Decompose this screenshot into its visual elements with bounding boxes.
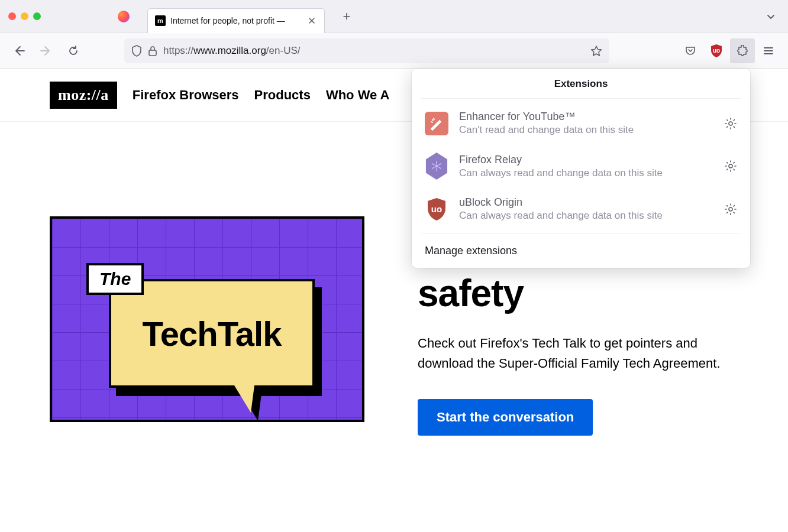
app-menu-button[interactable] (756, 38, 781, 63)
extension-status: Can't read and change data on this site (459, 124, 713, 136)
close-window-button[interactable] (8, 12, 16, 20)
pocket-button[interactable] (678, 38, 703, 63)
extension-item-enhancer-youtube[interactable]: Enhancer for YouTube™ Can't read and cha… (421, 102, 741, 144)
tab-close-button[interactable] (306, 15, 317, 26)
shield-icon[interactable] (131, 45, 142, 57)
reload-button[interactable] (62, 39, 85, 63)
back-button[interactable] (7, 39, 31, 63)
maximize-window-button[interactable] (33, 12, 41, 20)
toolbar: https://www.mozilla.org/en-US/ uo (0, 33, 788, 69)
extension-status: Can always read and change data on this … (459, 210, 713, 222)
enhancer-youtube-icon (425, 112, 448, 135)
firefox-icon (118, 11, 130, 22)
ublock-origin-button[interactable]: uo (704, 38, 729, 63)
titlebar: m Internet for people, not profit — + (0, 0, 788, 33)
forward-button[interactable] (34, 39, 58, 63)
hero-description: Check out Firefox's Tech Talk to get poi… (418, 333, 725, 374)
svg-point-6 (729, 207, 732, 211)
nav-who-we-are[interactable]: Who We A (326, 87, 390, 103)
extension-settings-button[interactable] (724, 117, 737, 130)
speech-bubble: TechTalk (109, 279, 315, 388)
minimize-window-button[interactable] (21, 12, 28, 20)
browser-tab[interactable]: m Internet for people, not profit — (147, 8, 325, 33)
window-controls (8, 12, 41, 20)
url-bar[interactable]: https://www.mozilla.org/en-US/ (124, 38, 609, 63)
extensions-panel: Extensions Enhancer for YouTube™ Can't r… (412, 69, 750, 268)
extension-status: Can always read and change data on this … (459, 167, 713, 179)
new-tab-button[interactable]: + (338, 8, 356, 25)
extension-settings-button[interactable] (724, 203, 737, 216)
svg-point-2 (729, 122, 732, 125)
techtalk-label: TechTalk (143, 314, 282, 353)
firefox-relay-icon (424, 153, 449, 180)
extensions-panel-title: Extensions (421, 69, 741, 99)
svg-point-4 (729, 164, 732, 168)
the-label: The (86, 263, 144, 295)
extensions-button[interactable] (730, 38, 755, 63)
mozilla-logo[interactable]: moz://a (50, 82, 117, 109)
manage-extensions-link[interactable]: Manage extensions (412, 234, 750, 268)
svg-text:uo: uo (431, 204, 442, 214)
svg-rect-0 (149, 50, 156, 56)
extension-settings-button[interactable] (724, 160, 737, 173)
extension-name: Firefox Relay (459, 154, 713, 166)
tab-favicon-icon: m (155, 15, 166, 26)
extensions-list: Enhancer for YouTube™ Can't read and cha… (421, 99, 741, 234)
tab-title: Internet for people, not profit — (170, 16, 302, 25)
nav-firefox-browsers[interactable]: Firefox Browsers (133, 87, 239, 103)
nav-products[interactable]: Products (254, 87, 311, 103)
start-conversation-button[interactable]: Start the conversation (418, 399, 593, 436)
ublock-origin-icon: uo (425, 197, 448, 221)
url-text: https://www.mozilla.org/en-US/ (163, 45, 584, 57)
svg-point-3 (435, 165, 438, 168)
extension-name: Enhancer for YouTube™ (459, 111, 713, 123)
hero-graphic: TechTalk The (50, 216, 364, 422)
extension-item-ublock-origin[interactable]: uo uBlock Origin Can always read and cha… (421, 188, 741, 230)
extension-name: uBlock Origin (459, 196, 713, 209)
tabs-dropdown-button[interactable] (762, 8, 780, 25)
lock-icon[interactable] (148, 46, 157, 56)
bookmark-star-icon[interactable] (590, 45, 602, 57)
extension-item-firefox-relay[interactable]: Firefox Relay Can always read and change… (421, 144, 741, 188)
svg-text:uo: uo (713, 47, 720, 54)
